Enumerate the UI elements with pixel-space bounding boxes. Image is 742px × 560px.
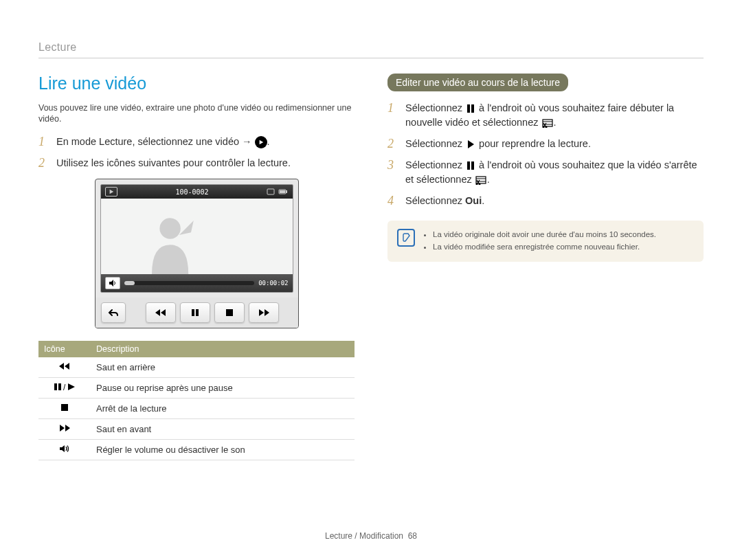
camera-screen: 100-0002 [100, 184, 293, 293]
trim-icon [475, 175, 487, 185]
pause-button[interactable] [180, 302, 210, 323]
intro-text: Vous pouvez lire une vidéo, extraire une… [38, 102, 355, 126]
volume-button[interactable] [105, 277, 120, 289]
step-text-bold: Oui [465, 195, 482, 206]
svg-marker-0 [259, 140, 263, 144]
silhouette-icon [139, 209, 204, 274]
camera-preview: 100-0002 [95, 179, 299, 328]
step-text-fragment: Sélectionnez [405, 195, 465, 206]
svg-rect-12 [226, 309, 233, 316]
svg-marker-22 [60, 425, 65, 432]
step-1: 1 En mode Lecture, sélectionnez une vidé… [38, 135, 355, 149]
forward-button[interactable] [249, 302, 279, 323]
battery-sd-icons [267, 188, 288, 195]
left-column: Lire une vidéo Vous pouvez lire une vidé… [38, 74, 355, 460]
progress-fill [124, 281, 135, 285]
video-frame [101, 199, 293, 274]
svg-rect-4 [286, 190, 287, 193]
step-number: 1 [38, 135, 49, 149]
step-number: 2 [38, 156, 49, 170]
section-heading: Lire une vidéo [38, 74, 355, 93]
step-text-fragment: . [482, 195, 484, 206]
svg-marker-32 [468, 140, 474, 148]
rewind-button[interactable] [146, 302, 176, 323]
step-text: Sélectionnez à l'endroit où vous souhait… [405, 101, 704, 130]
table-header-row: Icône Description [38, 341, 355, 357]
note-item: La vidéo originale doit avoir une durée … [433, 229, 656, 241]
icon-description-table: Icône Description Saut en arrière / Paus… [38, 341, 355, 460]
back-button[interactable] [101, 302, 126, 323]
svg-point-6 [159, 219, 180, 239]
svg-marker-9 [155, 309, 160, 316]
svg-rect-10 [192, 309, 194, 316]
camera-button-row [95, 298, 298, 328]
svg-rect-18 [58, 383, 61, 390]
step-text: En mode Lecture, sélectionnez une vidéo … [56, 135, 270, 149]
transport-cluster [133, 302, 293, 323]
table-cell: Saut en arrière [91, 357, 355, 378]
step-text: Sélectionnez à l'endroit où vous souhait… [405, 158, 704, 187]
right-column: Editer une vidéo au cours de la lecture … [387, 74, 704, 460]
table-row: Arrêt de la lecture [38, 399, 355, 419]
table-cell: Pause ou reprise après une pause [91, 378, 355, 399]
svg-marker-7 [109, 280, 113, 287]
step-4: 4 Sélectionnez Oui. [387, 194, 704, 208]
svg-rect-25 [467, 104, 470, 113]
table-row: / Pause ou reprise après une pause [38, 378, 355, 399]
svg-marker-15 [65, 363, 69, 370]
table-row: Régler le volume ou désactiver le son [38, 440, 355, 460]
svg-rect-11 [196, 309, 199, 316]
svg-marker-13 [259, 309, 264, 316]
playback-mode-icon [105, 187, 117, 197]
step-text-fragment: En mode Lecture, sélectionnez une vidéo … [56, 136, 255, 147]
columns: Lire une vidéo Vous pouvez lire une vidé… [38, 74, 704, 460]
stop-icon [38, 399, 91, 419]
svg-rect-21 [61, 404, 68, 411]
table-row: Saut en avant [38, 419, 355, 440]
svg-marker-8 [161, 309, 166, 316]
table-row: Saut en arrière [38, 357, 355, 378]
step-text: Utilisez les icônes suivantes pour contr… [56, 156, 291, 170]
svg-rect-34 [471, 161, 474, 170]
svg-rect-26 [471, 104, 474, 113]
step-text-fragment: Sélectionnez [405, 159, 465, 170]
svg-rect-17 [54, 383, 57, 390]
step-text-fragment: Sélectionnez [405, 102, 465, 113]
note-list: La vidéo originale doit avoir une durée … [422, 229, 656, 254]
file-number: 100-0002 [175, 188, 208, 196]
step-2: 2 Utilisez les icônes suivantes pour con… [38, 156, 355, 170]
step-1: 1 Sélectionnez à l'endroit où vous souha… [387, 101, 704, 130]
note-icon [397, 229, 415, 247]
step-number: 1 [387, 101, 398, 130]
camera-status-bar: 100-0002 [101, 185, 293, 199]
rewind-icon [38, 357, 91, 378]
page-header: Lecture [38, 41, 704, 58]
progress-track[interactable] [124, 281, 255, 285]
step-3: 3 Sélectionnez à l'endroit où vous souha… [387, 158, 704, 187]
svg-marker-23 [65, 425, 70, 432]
step-text-fragment: . [267, 136, 270, 147]
svg-marker-20 [68, 383, 75, 390]
stop-button[interactable] [214, 302, 245, 323]
svg-marker-16 [59, 363, 64, 370]
svg-marker-14 [265, 309, 269, 316]
footer-page-number: 68 [408, 531, 417, 541]
pause-icon [465, 104, 476, 113]
svg-text:/: / [63, 383, 66, 391]
page: Lecture Lire une vidéo Vous pouvez lire … [0, 0, 742, 560]
pause-icon [465, 161, 476, 170]
table-header-icon: Icône [38, 341, 91, 357]
subsection-pill: Editer une vidéo au cours de la lecture [387, 74, 568, 91]
step-text: Sélectionnez Oui. [405, 194, 484, 208]
footer-text: Lecture / Modification [325, 531, 403, 541]
table-cell: Saut en avant [91, 419, 355, 440]
table-cell: Régler le volume ou désactiver le son [91, 440, 355, 460]
volume-icon [38, 440, 91, 460]
svg-rect-33 [467, 161, 470, 170]
svg-marker-24 [60, 445, 65, 452]
step-number: 3 [387, 158, 398, 187]
elapsed-time: 00:00:02 [258, 280, 288, 287]
table-header-desc: Description [91, 341, 355, 357]
trim-icon [541, 118, 554, 128]
svg-rect-5 [280, 190, 285, 193]
